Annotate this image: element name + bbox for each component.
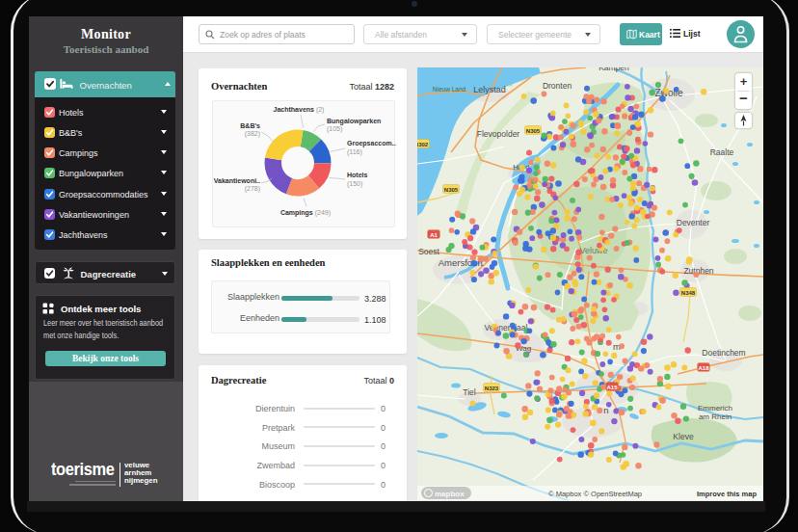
svg-text:Deventer: Deventer — [677, 218, 710, 227]
svg-text:© Mapbox © OpenStreetMap: © Mapbox © OpenStreetMap — [548, 490, 642, 498]
svg-text:N305: N305 — [526, 128, 541, 134]
svg-text:Tiel: Tiel — [463, 387, 475, 397]
svg-text:am Rhein: am Rhein — [699, 412, 732, 421]
svg-text:Soest: Soest — [418, 247, 439, 256]
svg-text:N302: N302 — [417, 142, 429, 147]
svg-text:Dronten: Dronten — [543, 81, 572, 91]
svg-text:Lelystad: Lelystad — [473, 85, 506, 94]
svg-text:N323: N323 — [485, 386, 499, 391]
svg-text:N305: N305 — [444, 187, 459, 193]
svg-text:N348: N348 — [681, 290, 696, 296]
svg-text:mapbox: mapbox — [435, 490, 465, 498]
svg-text:Nieuw Land: Nieuw Land — [433, 86, 466, 93]
svg-text:Kampen: Kampen — [598, 67, 629, 72]
svg-text:Emmerich: Emmerich — [698, 404, 732, 412]
svg-text:Doetinchem: Doetinchem — [702, 348, 745, 358]
svg-text:A15: A15 — [606, 385, 618, 390]
svg-text:Improve this map: Improve this map — [697, 490, 758, 498]
svg-text:Raalte: Raalte — [710, 147, 734, 157]
svg-text:Flevopolder: Flevopolder — [477, 129, 520, 139]
svg-text:A1: A1 — [430, 232, 438, 238]
svg-text:A18: A18 — [698, 365, 709, 371]
svg-text:Veenendaal: Veenendaal — [485, 323, 528, 332]
svg-text:Kleve: Kleve — [673, 432, 694, 441]
